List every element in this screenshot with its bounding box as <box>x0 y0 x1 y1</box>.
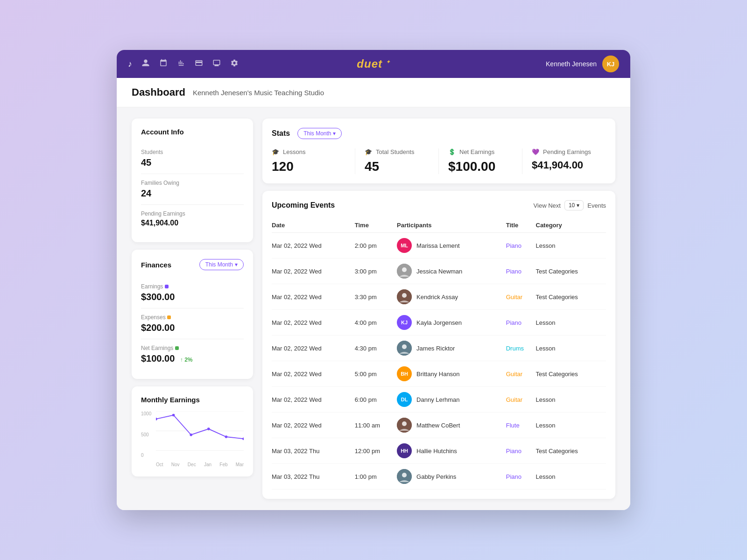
net-earnings-value: $100.00 ↑ 2% <box>141 353 244 364</box>
title-link[interactable]: Guitar <box>506 371 522 378</box>
y-label-top: 1000 <box>141 411 156 416</box>
app-window: ♪ duet ✦ Kenneth Jenesen <box>117 50 630 510</box>
y-label-mid: 500 <box>141 432 156 437</box>
cell-time: 4:00 pm <box>355 310 397 336</box>
title-link[interactable]: Flute <box>506 422 520 429</box>
svg-point-18 <box>402 473 407 477</box>
expenses-value: $200.00 <box>141 322 244 333</box>
title-link[interactable]: Piano <box>506 268 521 275</box>
cell-category: Test Categories <box>536 284 606 310</box>
cell-title[interactable]: Guitar <box>506 387 536 413</box>
title-link[interactable]: Piano <box>506 242 521 249</box>
monitor-icon[interactable] <box>212 59 221 70</box>
table-row: Mar 02, 2022 Wed3:00 pmJessica NewmanPia… <box>272 259 606 284</box>
cell-title[interactable]: Piano <box>506 259 536 284</box>
participant-name: Kendrick Assay <box>416 294 458 301</box>
families-stat: Families Owing 24 <box>141 174 244 205</box>
participant-name: James Ricktor <box>416 345 455 352</box>
title-link[interactable]: Piano <box>506 473 521 480</box>
title-link[interactable]: Guitar <box>506 396 522 403</box>
svg-point-4 <box>172 414 175 417</box>
x-feb: Feb <box>219 462 227 467</box>
cell-participant: HHHallie Hutchins <box>397 438 506 464</box>
students-stat: Students 45 <box>141 143 244 174</box>
cell-participant: BHBrittany Hanson <box>397 361 506 387</box>
music-icon[interactable]: ♪ <box>128 59 132 69</box>
cell-title[interactable]: Guitar <box>506 361 536 387</box>
view-next-label: View Next <box>534 202 561 209</box>
cell-category: Lesson <box>536 413 606 438</box>
cell-category: Lesson <box>536 336 606 361</box>
person-icon[interactable] <box>141 59 150 70</box>
earnings-stat: Earnings $300.00 <box>141 278 244 308</box>
participant-name: Hallie Hutchins <box>416 448 457 455</box>
participant-avatar <box>397 264 412 279</box>
cell-date: Mar 03, 2022 Thu <box>272 438 355 464</box>
finances-chevron-icon: ▾ <box>235 261 238 268</box>
chart-area: 1000 500 0 <box>141 411 244 467</box>
stats-lessons: 🎓 Lessons 120 <box>272 148 355 174</box>
cell-date: Mar 03, 2022 Thu <box>272 464 355 490</box>
cell-time: 3:30 pm <box>355 284 397 310</box>
x-mar: Mar <box>236 462 244 467</box>
cell-time: 5:00 pm <box>355 361 397 387</box>
settings-icon[interactable] <box>230 59 239 70</box>
table-row: Mar 02, 2022 Wed4:00 pmKJKayla Jorgensen… <box>272 310 606 336</box>
calendar-icon[interactable] <box>159 59 168 70</box>
participant-cell: KJKayla Jorgensen <box>397 315 506 330</box>
table-row: Mar 02, 2022 Wed4:30 pmJames RicktorDrum… <box>272 336 606 361</box>
finances-filter[interactable]: This Month ▾ <box>199 259 244 270</box>
table-row: Mar 02, 2022 Wed11:00 amMatthew CoBertFl… <box>272 413 606 438</box>
cell-category: Lesson <box>536 464 606 490</box>
cell-title[interactable]: Piano <box>506 233 536 259</box>
account-info-card: Account Info Students 45 Families Owing … <box>132 119 253 242</box>
chart-icon[interactable] <box>177 59 185 70</box>
main-content: Account Info Students 45 Families Owing … <box>117 107 630 510</box>
students-label: Students <box>141 149 244 155</box>
cell-participant: Kendrick Assay <box>397 284 506 310</box>
table-row: Mar 02, 2022 Wed2:00 pmMLMarissa LementP… <box>272 233 606 259</box>
cell-title[interactable]: Flute <box>506 413 536 438</box>
families-value: 24 <box>141 188 244 199</box>
x-dec: Dec <box>188 462 196 467</box>
total-students-icon-label: 🎓 Total Students <box>365 148 429 155</box>
stats-pending-earnings: 💜 Pending Earnings $41,904.00 <box>522 148 606 174</box>
stats-filter[interactable]: This Month ▾ <box>297 128 342 139</box>
svg-point-16 <box>402 421 407 426</box>
pending-earnings-stat-value: $41,904.00 <box>532 159 597 171</box>
participant-name: Gabby Perkins <box>416 473 456 480</box>
svg-point-5 <box>190 434 192 436</box>
participant-cell: BHBrittany Hanson <box>397 366 506 381</box>
expenses-stat: Expenses $200.00 <box>141 308 244 339</box>
participant-cell: Gabby Perkins <box>397 469 506 484</box>
pending-stat: Pending Earnings $41,904.00 <box>141 205 244 233</box>
participant-cell: Kendrick Assay <box>397 289 506 304</box>
title-link[interactable]: Drums <box>506 345 524 352</box>
monthly-earnings-card: Monthly Earnings 1000 500 0 <box>132 386 253 476</box>
logo-text: duet <box>357 57 382 70</box>
net-earnings-label: Net Earnings <box>141 345 244 351</box>
cell-date: Mar 02, 2022 Wed <box>272 284 355 310</box>
card-icon[interactable] <box>195 59 203 70</box>
title-link[interactable]: Piano <box>506 448 521 455</box>
cell-date: Mar 02, 2022 Wed <box>272 387 355 413</box>
cell-title[interactable]: Piano <box>506 464 536 490</box>
col-participants: Participants <box>397 218 506 233</box>
title-link[interactable]: Piano <box>506 319 521 326</box>
cell-title[interactable]: Piano <box>506 310 536 336</box>
svg-point-10 <box>402 267 407 272</box>
chart-svg <box>156 411 244 451</box>
cell-title[interactable]: Drums <box>506 336 536 361</box>
cell-title[interactable]: Guitar <box>506 284 536 310</box>
stats-net-earnings: 💲 Net Earnings $100.00 <box>439 148 522 174</box>
cell-title[interactable]: Piano <box>506 438 536 464</box>
page-header: Dashboard Kenneth Jenesen's Music Teachi… <box>117 78 630 107</box>
nav-icons: ♪ <box>128 59 239 70</box>
title-link[interactable]: Guitar <box>506 294 522 301</box>
cell-time: 6:00 pm <box>355 387 397 413</box>
participant-avatar <box>397 289 412 304</box>
cell-date: Mar 02, 2022 Wed <box>272 336 355 361</box>
user-avatar[interactable]: KJ <box>602 56 619 72</box>
cell-category: Lesson <box>536 387 606 413</box>
events-count-select[interactable]: 10 ▾ <box>564 200 584 210</box>
